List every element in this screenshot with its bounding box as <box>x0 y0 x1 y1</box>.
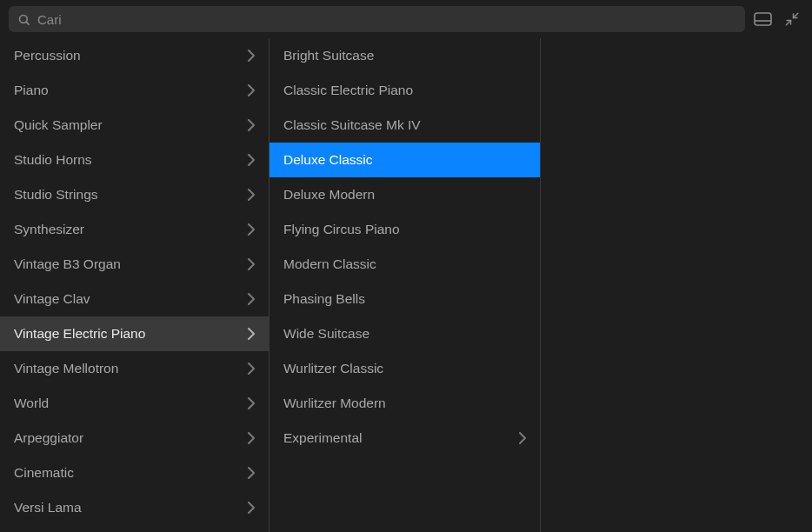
chevron-right-icon <box>248 223 255 236</box>
list-item[interactable]: Percussion <box>0 38 269 73</box>
chevron-right-icon <box>248 328 255 340</box>
svg-line-5 <box>786 21 790 25</box>
list-item-label: Studio Strings <box>14 187 98 203</box>
chevron-right-icon <box>248 189 255 201</box>
list-item[interactable]: Modern Classic <box>270 247 540 282</box>
chevron-right-icon <box>248 258 255 270</box>
list-item-label: Vintage Mellotron <box>14 361 118 376</box>
detail-column <box>541 38 812 532</box>
topbar <box>0 0 812 38</box>
chevron-right-icon <box>248 502 255 514</box>
list-item[interactable]: Wide Suitcase <box>270 316 540 351</box>
list-item-label: Quick Sampler <box>14 117 103 133</box>
list-item-label: Vintage Clav <box>14 291 90 307</box>
svg-rect-2 <box>755 13 771 25</box>
list-item[interactable]: Vintage Electric Piano <box>0 316 269 351</box>
list-item-label: Wide Suitcase <box>283 326 369 342</box>
topbar-actions <box>754 11 803 27</box>
list-item[interactable]: Wurlitzer Classic <box>270 351 540 386</box>
svg-line-1 <box>26 22 29 24</box>
list-item[interactable]: Vintage Clav <box>0 282 269 316</box>
list-item[interactable]: World <box>0 386 269 421</box>
chevron-right-icon <box>248 154 255 166</box>
list-item[interactable]: Deluxe Modern <box>270 177 540 212</box>
list-item[interactable]: Phasing Bells <box>270 282 540 316</box>
list-item[interactable]: Cinematic <box>0 456 269 490</box>
chevron-right-icon <box>248 432 255 444</box>
list-item-label: Deluxe Classic <box>283 152 373 168</box>
list-item-label: Versi Lama <box>14 500 82 515</box>
list-item-label: Phasing Bells <box>283 291 365 307</box>
view-mode-icon[interactable] <box>754 12 772 26</box>
list-item-label: Vintage B3 Organ <box>14 256 121 272</box>
list-item-label: Percussion <box>14 48 81 63</box>
category-column: PercussionPianoQuick SamplerStudio Horns… <box>0 38 270 532</box>
list-item-label: Wurlitzer Classic <box>283 361 383 376</box>
list-item-label: Studio Horns <box>14 152 92 168</box>
list-item[interactable]: Quick Sampler <box>0 108 269 143</box>
list-item[interactable]: Flying Circus Piano <box>270 212 540 247</box>
svg-line-4 <box>794 13 798 17</box>
list-item[interactable]: Arpeggiator <box>0 421 269 456</box>
list-item-label: Synthesizer <box>14 222 84 237</box>
chevron-right-icon <box>248 119 255 131</box>
chevron-right-icon <box>248 50 255 62</box>
collapse-icon[interactable] <box>784 11 800 27</box>
list-item-label: Arpeggiator <box>14 430 83 446</box>
list-item-label: Vintage Electric Piano <box>14 326 145 342</box>
list-item-label: Classic Electric Piano <box>283 83 413 98</box>
list-item[interactable]: Studio Strings <box>0 177 269 212</box>
list-item[interactable]: Classic Suitcase Mk IV <box>270 108 540 143</box>
list-item[interactable]: Experimental <box>270 421 540 456</box>
chevron-right-icon <box>248 362 255 375</box>
list-item-label: Experimental <box>283 430 362 446</box>
preset-column: Bright SuitcaseClassic Electric PianoCla… <box>270 38 541 532</box>
list-item-label: Flying Circus Piano <box>283 222 400 237</box>
list-item-label: Modern Classic <box>283 256 376 272</box>
search-field[interactable] <box>9 6 745 32</box>
list-item[interactable]: Studio Horns <box>0 143 269 177</box>
list-item-label: Wurlitzer Modern <box>283 396 386 411</box>
list-item-label: Cinematic <box>14 465 74 481</box>
search-input[interactable] <box>37 12 736 27</box>
list-item-label: Piano <box>14 83 49 98</box>
list-item[interactable]: Vintage Mellotron <box>0 351 269 386</box>
chevron-right-icon <box>248 84 255 96</box>
list-item[interactable]: Versi Lama <box>0 490 269 525</box>
chevron-right-icon <box>248 397 255 409</box>
list-item[interactable]: Synthesizer <box>0 212 269 247</box>
chevron-right-icon <box>248 467 255 479</box>
chevron-right-icon <box>519 432 526 444</box>
list-item[interactable]: Wurlitzer Modern <box>270 386 540 421</box>
list-item[interactable]: Piano <box>0 73 269 108</box>
browser-columns: PercussionPianoQuick SamplerStudio Horns… <box>0 38 812 532</box>
list-item[interactable]: Bright Suitcase <box>270 38 540 73</box>
list-item[interactable]: Classic Electric Piano <box>270 73 540 108</box>
list-item-label: Bright Suitcase <box>283 48 374 63</box>
chevron-right-icon <box>248 293 255 305</box>
list-item-label: World <box>14 396 49 411</box>
list-item[interactable]: Deluxe Classic <box>270 143 540 177</box>
list-item-label: Classic Suitcase Mk IV <box>283 117 421 133</box>
list-item-label: Deluxe Modern <box>283 187 375 203</box>
search-icon <box>17 13 30 26</box>
list-item[interactable]: Vintage B3 Organ <box>0 247 269 282</box>
